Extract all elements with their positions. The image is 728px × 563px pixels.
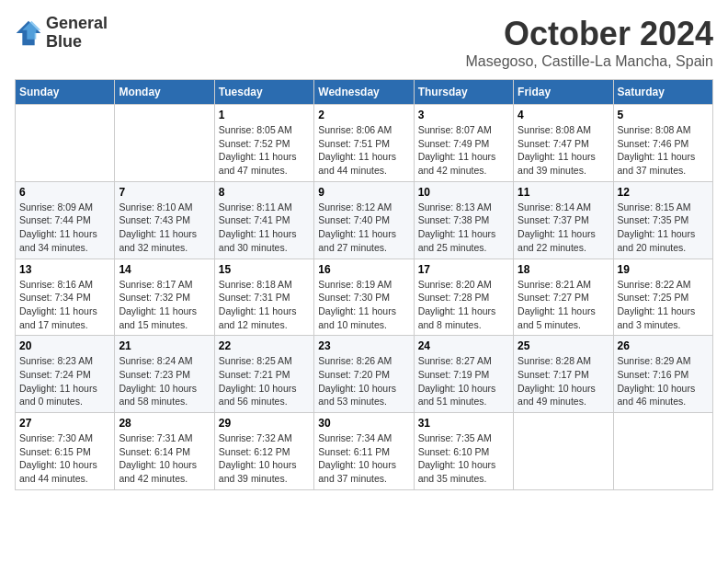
calendar-cell: 22Sunrise: 8:25 AM Sunset: 7:21 PM Dayli… [214, 336, 313, 413]
day-number: 30 [318, 417, 409, 430]
day-info: Sunrise: 8:11 AM Sunset: 7:41 PM Dayligh… [219, 201, 310, 255]
week-row-3: 13Sunrise: 8:16 AM Sunset: 7:34 PM Dayli… [16, 259, 713, 336]
day-info: Sunrise: 8:14 AM Sunset: 7:37 PM Dayligh… [518, 201, 609, 255]
calendar-cell: 8Sunrise: 8:11 AM Sunset: 7:41 PM Daylig… [214, 181, 313, 259]
day-number: 3 [418, 109, 509, 121]
day-number: 22 [219, 339, 310, 352]
day-number: 5 [618, 109, 709, 121]
calendar-cell: 17Sunrise: 8:20 AM Sunset: 7:28 PM Dayli… [414, 259, 513, 336]
calendar-cell [514, 413, 613, 490]
logo-line1: General [46, 15, 108, 33]
day-info: Sunrise: 8:08 AM Sunset: 7:46 PM Dayligh… [618, 123, 709, 178]
weekday-header-row: SundayMondayTuesdayWednesdayThursdayFrid… [16, 80, 713, 105]
page-header: General Blue October 2024 Masegoso, Cast… [15, 15, 713, 70]
day-number: 13 [19, 263, 110, 276]
calendar-cell: 18Sunrise: 8:21 AM Sunset: 7:27 PM Dayli… [514, 259, 613, 336]
day-number: 27 [19, 417, 110, 430]
day-info: Sunrise: 8:20 AM Sunset: 7:28 PM Dayligh… [418, 278, 509, 332]
calendar-cell [613, 413, 712, 490]
day-number: 21 [119, 339, 210, 352]
day-number: 24 [418, 339, 509, 352]
month-title: October 2024 [466, 15, 713, 53]
day-info: Sunrise: 8:08 AM Sunset: 7:47 PM Dayligh… [518, 123, 609, 178]
day-number: 6 [19, 186, 110, 199]
location-title: Masegoso, Castille-La Mancha, Spain [466, 53, 713, 70]
weekday-header-thursday: Thursday [414, 80, 513, 105]
calendar-cell: 9Sunrise: 8:12 AM Sunset: 7:40 PM Daylig… [314, 181, 414, 259]
logo-line2: Blue [46, 33, 108, 52]
weekday-header-friday: Friday [514, 80, 613, 105]
calendar-cell [115, 105, 214, 182]
day-number: 7 [119, 186, 210, 199]
calendar-cell: 4Sunrise: 8:08 AM Sunset: 7:47 PM Daylig… [514, 105, 613, 182]
day-info: Sunrise: 8:07 AM Sunset: 7:49 PM Dayligh… [418, 123, 509, 178]
calendar-cell: 15Sunrise: 8:18 AM Sunset: 7:31 PM Dayli… [214, 259, 313, 336]
day-info: Sunrise: 8:27 AM Sunset: 7:19 PM Dayligh… [418, 354, 509, 408]
logo-text: General Blue [46, 15, 108, 52]
day-info: Sunrise: 8:22 AM Sunset: 7:25 PM Dayligh… [618, 278, 709, 332]
calendar-cell: 12Sunrise: 8:15 AM Sunset: 7:35 PM Dayli… [613, 181, 712, 259]
week-row-2: 6Sunrise: 8:09 AM Sunset: 7:44 PM Daylig… [16, 181, 713, 259]
day-info: Sunrise: 8:28 AM Sunset: 7:17 PM Dayligh… [518, 354, 609, 408]
logo-icon [15, 19, 42, 47]
day-info: Sunrise: 8:29 AM Sunset: 7:16 PM Dayligh… [618, 354, 709, 408]
calendar-cell: 2Sunrise: 8:06 AM Sunset: 7:51 PM Daylig… [314, 105, 414, 182]
day-number: 4 [518, 109, 609, 121]
weekday-header-sunday: Sunday [16, 80, 115, 105]
calendar-cell: 10Sunrise: 8:13 AM Sunset: 7:38 PM Dayli… [414, 181, 513, 259]
week-row-5: 27Sunrise: 7:30 AM Sunset: 6:15 PM Dayli… [16, 413, 713, 490]
calendar-cell: 19Sunrise: 8:22 AM Sunset: 7:25 PM Dayli… [613, 259, 712, 336]
day-number: 19 [618, 263, 709, 276]
day-info: Sunrise: 8:26 AM Sunset: 7:20 PM Dayligh… [318, 354, 409, 408]
calendar-cell: 24Sunrise: 8:27 AM Sunset: 7:19 PM Dayli… [414, 336, 513, 413]
calendar-cell [16, 105, 115, 182]
day-info: Sunrise: 8:13 AM Sunset: 7:38 PM Dayligh… [418, 201, 509, 255]
day-number: 18 [518, 263, 609, 276]
day-info: Sunrise: 8:23 AM Sunset: 7:24 PM Dayligh… [19, 354, 110, 408]
calendar-cell: 26Sunrise: 8:29 AM Sunset: 7:16 PM Dayli… [613, 336, 712, 413]
day-info: Sunrise: 8:21 AM Sunset: 7:27 PM Dayligh… [518, 278, 609, 332]
day-info: Sunrise: 8:05 AM Sunset: 7:52 PM Dayligh… [219, 123, 310, 178]
week-row-4: 20Sunrise: 8:23 AM Sunset: 7:24 PM Dayli… [16, 336, 713, 413]
week-row-1: 1Sunrise: 8:05 AM Sunset: 7:52 PM Daylig… [16, 105, 713, 182]
calendar-cell: 5Sunrise: 8:08 AM Sunset: 7:46 PM Daylig… [613, 105, 712, 182]
day-number: 20 [19, 339, 110, 352]
day-info: Sunrise: 8:24 AM Sunset: 7:23 PM Dayligh… [119, 354, 210, 408]
calendar-cell: 20Sunrise: 8:23 AM Sunset: 7:24 PM Dayli… [16, 336, 115, 413]
weekday-header-wednesday: Wednesday [314, 80, 414, 105]
calendar-cell: 11Sunrise: 8:14 AM Sunset: 7:37 PM Dayli… [514, 181, 613, 259]
calendar-cell: 3Sunrise: 8:07 AM Sunset: 7:49 PM Daylig… [414, 105, 513, 182]
title-block: October 2024 Masegoso, Castille-La Manch… [466, 15, 713, 70]
calendar-cell: 29Sunrise: 7:32 AM Sunset: 6:12 PM Dayli… [214, 413, 313, 490]
day-info: Sunrise: 7:30 AM Sunset: 6:15 PM Dayligh… [19, 431, 110, 486]
day-number: 25 [518, 339, 609, 352]
day-info: Sunrise: 8:19 AM Sunset: 7:30 PM Dayligh… [318, 278, 409, 332]
day-number: 9 [318, 186, 409, 199]
calendar-cell: 1Sunrise: 8:05 AM Sunset: 7:52 PM Daylig… [214, 105, 313, 182]
calendar-cell: 28Sunrise: 7:31 AM Sunset: 6:14 PM Dayli… [115, 413, 214, 490]
day-number: 29 [219, 417, 310, 430]
day-info: Sunrise: 8:15 AM Sunset: 7:35 PM Dayligh… [618, 201, 709, 255]
day-number: 12 [618, 186, 709, 199]
day-info: Sunrise: 8:18 AM Sunset: 7:31 PM Dayligh… [219, 278, 310, 332]
calendar-cell: 27Sunrise: 7:30 AM Sunset: 6:15 PM Dayli… [16, 413, 115, 490]
day-number: 15 [219, 263, 310, 276]
calendar-cell: 16Sunrise: 8:19 AM Sunset: 7:30 PM Dayli… [314, 259, 414, 336]
calendar-cell: 14Sunrise: 8:17 AM Sunset: 7:32 PM Dayli… [115, 259, 214, 336]
day-info: Sunrise: 7:32 AM Sunset: 6:12 PM Dayligh… [219, 431, 310, 486]
day-info: Sunrise: 8:17 AM Sunset: 7:32 PM Dayligh… [119, 278, 210, 332]
day-number: 11 [518, 186, 609, 199]
day-info: Sunrise: 7:35 AM Sunset: 6:10 PM Dayligh… [418, 431, 509, 486]
calendar-cell: 30Sunrise: 7:34 AM Sunset: 6:11 PM Dayli… [314, 413, 414, 490]
calendar-cell: 7Sunrise: 8:10 AM Sunset: 7:43 PM Daylig… [115, 181, 214, 259]
weekday-header-saturday: Saturday [613, 80, 712, 105]
calendar-cell: 23Sunrise: 8:26 AM Sunset: 7:20 PM Dayli… [314, 336, 414, 413]
day-info: Sunrise: 8:12 AM Sunset: 7:40 PM Dayligh… [318, 201, 409, 255]
day-number: 14 [119, 263, 210, 276]
calendar-cell: 13Sunrise: 8:16 AM Sunset: 7:34 PM Dayli… [16, 259, 115, 336]
day-number: 28 [119, 417, 210, 430]
day-number: 26 [618, 339, 709, 352]
calendar-cell: 6Sunrise: 8:09 AM Sunset: 7:44 PM Daylig… [16, 181, 115, 259]
calendar-cell: 25Sunrise: 8:28 AM Sunset: 7:17 PM Dayli… [514, 336, 613, 413]
day-number: 10 [418, 186, 509, 199]
